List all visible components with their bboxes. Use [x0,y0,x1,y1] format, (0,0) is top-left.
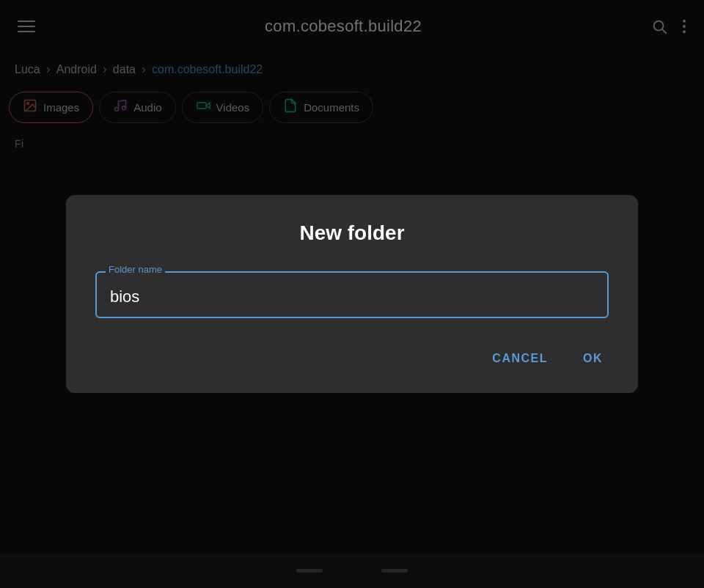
dialog-title: New folder [299,221,404,245]
dialog-overlay: New folder Folder name CANCEL OK [0,0,704,588]
dialog-actions: CANCEL OK [95,339,609,372]
folder-name-field-wrapper: Folder name [95,271,609,318]
ok-button[interactable]: OK [577,345,609,372]
folder-name-label: Folder name [106,264,165,275]
cancel-button[interactable]: CANCEL [486,345,554,372]
new-folder-dialog: New folder Folder name CANCEL OK [66,195,638,393]
folder-name-input[interactable] [95,271,609,318]
